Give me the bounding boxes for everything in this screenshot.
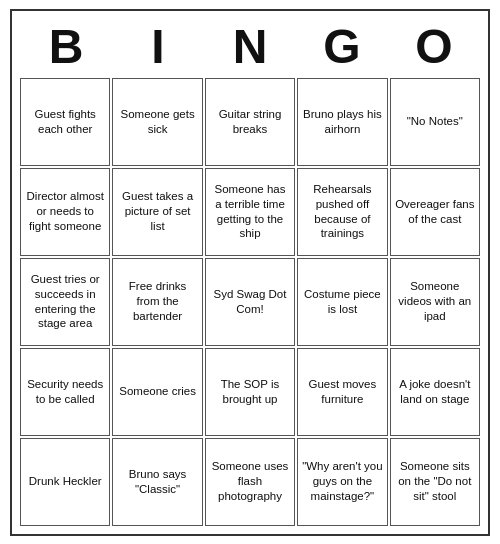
letter-i: I (114, 19, 202, 74)
bingo-cell-2[interactable]: Guitar string breaks (205, 78, 295, 166)
bingo-cell-5[interactable]: Director almost or needs to fight someon… (20, 168, 110, 256)
bingo-cell-19[interactable]: A joke doesn't land on stage (390, 348, 480, 436)
bingo-cell-10[interactable]: Guest tries or succeeds in entering the … (20, 258, 110, 346)
bingo-cell-13[interactable]: Costume piece is lost (297, 258, 387, 346)
bingo-cell-11[interactable]: Free drinks from the bartender (112, 258, 202, 346)
bingo-cell-7[interactable]: Someone has a terrible time getting to t… (205, 168, 295, 256)
bingo-cell-8[interactable]: Rehearsals pushed off because of trainin… (297, 168, 387, 256)
bingo-header: B I N G O (20, 19, 480, 74)
bingo-grid: Guest fights each otherSomeone gets sick… (20, 78, 480, 526)
bingo-cell-21[interactable]: Bruno says "Classic" (112, 438, 202, 526)
letter-g: G (298, 19, 386, 74)
bingo-cell-24[interactable]: Someone sits on the "Do not sit" stool (390, 438, 480, 526)
bingo-cell-18[interactable]: Guest moves furniture (297, 348, 387, 436)
letter-b: B (22, 19, 110, 74)
letter-n: N (206, 19, 294, 74)
bingo-cell-22[interactable]: Someone uses flash photography (205, 438, 295, 526)
bingo-cell-23[interactable]: "Why aren't you guys on the mainstage?" (297, 438, 387, 526)
bingo-cell-17[interactable]: The SOP is brought up (205, 348, 295, 436)
bingo-cell-9[interactable]: Overeager fans of the cast (390, 168, 480, 256)
bingo-cell-6[interactable]: Guest takes a picture of set list (112, 168, 202, 256)
bingo-cell-15[interactable]: Security needs to be called (20, 348, 110, 436)
bingo-card: B I N G O Guest fights each otherSomeone… (10, 9, 490, 536)
bingo-cell-4[interactable]: "No Notes" (390, 78, 480, 166)
bingo-cell-14[interactable]: Someone videos with an ipad (390, 258, 480, 346)
letter-o: O (390, 19, 478, 74)
bingo-cell-3[interactable]: Bruno plays his airhorn (297, 78, 387, 166)
bingo-cell-16[interactable]: Someone cries (112, 348, 202, 436)
bingo-cell-0[interactable]: Guest fights each other (20, 78, 110, 166)
bingo-cell-20[interactable]: Drunk Heckler (20, 438, 110, 526)
bingo-cell-1[interactable]: Someone gets sick (112, 78, 202, 166)
bingo-cell-12[interactable]: Syd Swag Dot Com! (205, 258, 295, 346)
